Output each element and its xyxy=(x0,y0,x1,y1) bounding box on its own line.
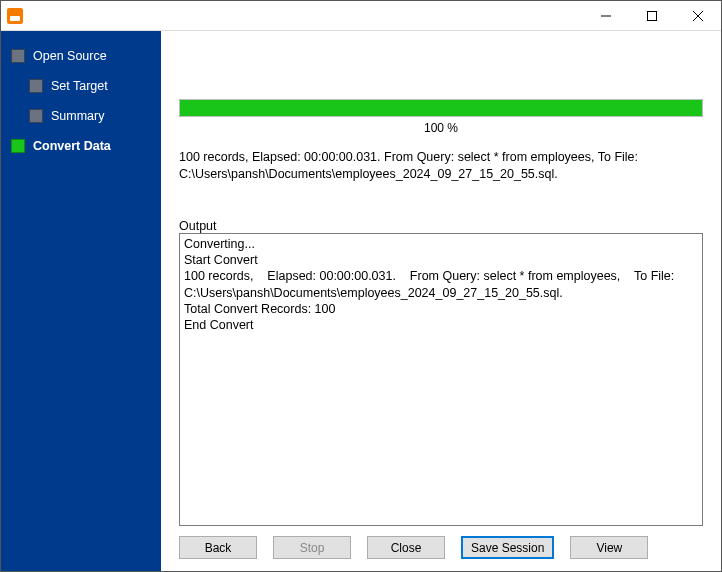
output-label: Output xyxy=(179,219,703,233)
output-textarea[interactable]: Converting... Start Convert 100 records,… xyxy=(179,233,703,526)
close-wizard-button[interactable]: Close xyxy=(367,536,445,559)
back-button[interactable]: Back xyxy=(179,536,257,559)
maximize-button[interactable] xyxy=(629,1,675,30)
step-set-target[interactable]: Set Target xyxy=(1,71,161,101)
app-icon xyxy=(7,8,23,24)
step-label: Set Target xyxy=(51,79,108,93)
button-row: Back Stop Close Save Session View xyxy=(179,526,703,563)
stop-button: Stop xyxy=(273,536,351,559)
progress-bar xyxy=(179,99,703,117)
svg-rect-1 xyxy=(648,11,657,20)
progress-fill xyxy=(180,100,702,116)
step-marker-icon xyxy=(11,49,25,63)
progress-section: 100 % xyxy=(179,99,703,135)
titlebar xyxy=(1,1,721,31)
step-summary[interactable]: Summary xyxy=(1,101,161,131)
main-panel: 100 % 100 records, Elapsed: 00:00:00.031… xyxy=(161,31,721,571)
step-marker-icon xyxy=(29,79,43,93)
wizard-sidebar: Open Source Set Target Summary Convert D… xyxy=(1,31,161,571)
window-controls xyxy=(583,1,721,30)
step-open-source[interactable]: Open Source xyxy=(1,41,161,71)
step-marker-icon xyxy=(29,109,43,123)
step-label: Convert Data xyxy=(33,139,111,153)
status-text: 100 records, Elapsed: 00:00:00.031. From… xyxy=(179,149,703,183)
progress-percent-label: 100 % xyxy=(424,121,458,135)
save-session-button[interactable]: Save Session xyxy=(461,536,554,559)
app-window: Open Source Set Target Summary Convert D… xyxy=(0,0,722,572)
close-button[interactable] xyxy=(675,1,721,30)
step-marker-icon xyxy=(11,139,25,153)
step-label: Summary xyxy=(51,109,104,123)
minimize-button[interactable] xyxy=(583,1,629,30)
step-convert-data[interactable]: Convert Data xyxy=(1,131,161,161)
view-button[interactable]: View xyxy=(570,536,648,559)
step-label: Open Source xyxy=(33,49,107,63)
